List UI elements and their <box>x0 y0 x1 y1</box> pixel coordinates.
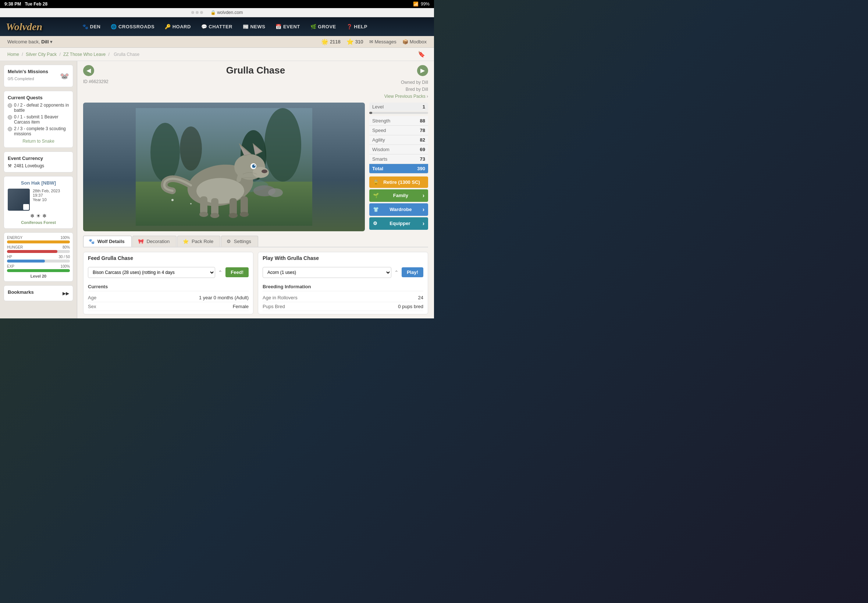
feed-row: Bison Carcass (28 uses) (rotting in 4 da… <box>84 264 253 281</box>
messages-icon: ✉ <box>369 39 373 45</box>
prev-wolf-button[interactable]: ◀ <box>83 65 94 76</box>
modbox-icon: 📦 <box>402 39 408 45</box>
return-to-snake-link[interactable]: Return to Snake <box>8 139 69 144</box>
age-value: 1 year 0 months (Adult) <box>199 295 249 300</box>
hunger-pct: 80% <box>62 245 70 249</box>
svg-point-31 <box>229 213 238 218</box>
featured-wolf-icons: ❄ ☀ ❄ <box>8 213 69 219</box>
play-header: Play With Grulla Chase <box>258 252 428 264</box>
feed-header: Feed Grulla Chase <box>84 252 253 264</box>
modbox-link[interactable]: 📦 Modbox <box>402 39 427 45</box>
stats-panel: Level 1 Strength 88 Speed 78 Agility <box>369 103 428 231</box>
breadcrumb-current: Grulla Chase <box>114 52 139 57</box>
level-stat-value: 1 <box>422 104 425 110</box>
next-wolf-button[interactable]: ▶ <box>417 65 428 76</box>
tab-wolf-details[interactable]: 🐾 Wolf Details <box>83 236 132 247</box>
play-item-select[interactable]: Acorn (1 uses) <box>263 267 391 278</box>
svg-point-3 <box>265 108 301 182</box>
retire-button[interactable]: 🔒 Retire (1300 SC) <box>369 176 428 188</box>
equipper-label: Equipper <box>390 221 410 226</box>
breadcrumb-sep1: / <box>22 52 24 57</box>
nav-hoard[interactable]: 🔑HOARD <box>159 17 196 36</box>
svg-point-30 <box>210 213 219 218</box>
status-time: 9:38 PM Tue Feb 28 <box>5 2 48 7</box>
family-icon: 🌱 <box>373 193 379 198</box>
event-currency-title: Event Currency <box>8 156 69 161</box>
sc-amount: 2118 <box>330 39 340 45</box>
wisdom-value: 69 <box>420 147 425 152</box>
featured-wolf-name[interactable]: Son Hak [NBW] <box>8 180 69 186</box>
hp-label: HP <box>7 255 12 259</box>
status-indicators: 📶 99% <box>413 2 430 7</box>
wolf-image-container <box>83 103 365 231</box>
family-button[interactable]: 🌱 Family › <box>369 189 428 202</box>
bookmarks-title: Bookmarks <box>8 289 34 295</box>
wardrobe-button[interactable]: 👕 Wardrobe › <box>369 203 428 216</box>
tab-pack-role[interactable]: ⭐ Pack Role <box>177 236 220 247</box>
speed-row: Speed 78 <box>369 126 428 135</box>
breeding-title: Breeding Information <box>263 284 423 291</box>
breadcrumb-pack[interactable]: Silver City Pack <box>26 52 57 57</box>
tab-settings[interactable]: ⚙ Settings <box>221 236 258 247</box>
username[interactable]: Dill <box>41 39 48 45</box>
age-rollovers-label: Age in Rollovers <box>263 295 297 300</box>
wolf-image <box>83 103 365 231</box>
stat-bars-section: ENERGY 100% HUNGER 80% HP 30 / 50 <box>4 232 73 281</box>
svg-point-2 <box>150 123 180 182</box>
bookmark-icon[interactable]: 🔖 <box>418 51 425 58</box>
level-stat-label: Level <box>372 104 384 110</box>
messages-link[interactable]: ✉ Messages <box>369 39 396 45</box>
age-rollovers-row: Age in Rollovers 24 <box>263 294 423 302</box>
featured-wolf-location: Coniferous Forest <box>8 220 69 225</box>
main-layout: Melvin's Missions 0/5 Completed 🐭 Curren… <box>0 61 434 319</box>
total-row: Total 390 <box>369 164 428 173</box>
play-button[interactable]: Play! <box>402 267 423 277</box>
breadcrumb-group[interactable]: ZZ Those Who Leave <box>63 52 105 57</box>
view-packs-link[interactable]: View Previous Packs <box>384 94 425 99</box>
nav-help[interactable]: ❓HELP <box>341 17 373 36</box>
nav-news[interactable]: 📰NEWS <box>238 17 271 36</box>
sex-value: Female <box>233 304 249 309</box>
strength-label: Strength <box>372 118 390 124</box>
svg-point-9 <box>172 199 173 201</box>
currents-title: Currents <box>88 284 249 291</box>
feed-select-arrow: ⌃ <box>218 269 223 275</box>
bookmarks-expand-icon[interactable]: ▶▶ <box>62 291 69 296</box>
exp-bar: EXP 100% <box>7 264 70 272</box>
pups-bred-value: 0 pups bred <box>398 304 423 309</box>
svg-point-10 <box>190 203 192 204</box>
sc-icon: 🌟 <box>321 38 328 45</box>
site-logo[interactable]: Wolvden <box>0 18 74 36</box>
quest-1: 0 / 2 - defeat 2 opponents in battle <box>8 103 69 113</box>
browser-url: 🔒 wolvden.com <box>210 10 243 15</box>
breeding-section: Breeding Information Age in Rollovers 24… <box>258 281 428 314</box>
energy-bar: ENERGY 100% <box>7 236 70 243</box>
level-progress-fill <box>369 112 372 114</box>
missions-progress: 0/5 Completed <box>8 76 48 81</box>
currents-section: Currents Age 1 year 0 months (Adult) Sex… <box>84 281 253 314</box>
nav-chatter[interactable]: 💬CHATTER <box>196 17 238 36</box>
feed-button[interactable]: Feed! <box>226 267 249 277</box>
feed-item-select[interactable]: Bison Carcass (28 uses) (rotting in 4 da… <box>88 267 215 278</box>
quest-1-dot <box>8 103 12 108</box>
smarts-value: 73 <box>420 156 425 162</box>
nav-grove[interactable]: 🌿GROVE <box>305 17 341 36</box>
age-row: Age 1 year 0 months (Adult) <box>88 294 249 302</box>
featured-wolf-thumbnail[interactable] <box>8 189 30 211</box>
quest-3-dot <box>8 127 12 131</box>
nav-crossroads[interactable]: 🌐CROSSROADS <box>105 17 159 36</box>
wardrobe-arrow: › <box>422 206 424 213</box>
agility-row: Agility 82 <box>369 135 428 145</box>
level-row: Level 1 <box>369 103 428 111</box>
tab-decoration[interactable]: 🎀 Decoration <box>132 236 177 247</box>
nav-event[interactable]: 📅EVENT <box>270 17 305 36</box>
featured-wolf-date: 28th Feb, 2023 <box>33 189 60 193</box>
svg-point-5 <box>180 127 202 171</box>
breadcrumb-home[interactable]: Home <box>7 52 19 57</box>
sidebar: Melvin's Missions 0/5 Completed 🐭 Curren… <box>0 61 77 319</box>
energy-label: ENERGY <box>7 236 22 240</box>
svg-point-24 <box>254 165 255 166</box>
nav-den[interactable]: 🐾DEN <box>77 17 105 36</box>
quest-2: 0 / 1 - submit 1 Beaver Carcass item <box>8 114 69 125</box>
equipper-button[interactable]: ⚙ Equipper › <box>369 217 428 230</box>
